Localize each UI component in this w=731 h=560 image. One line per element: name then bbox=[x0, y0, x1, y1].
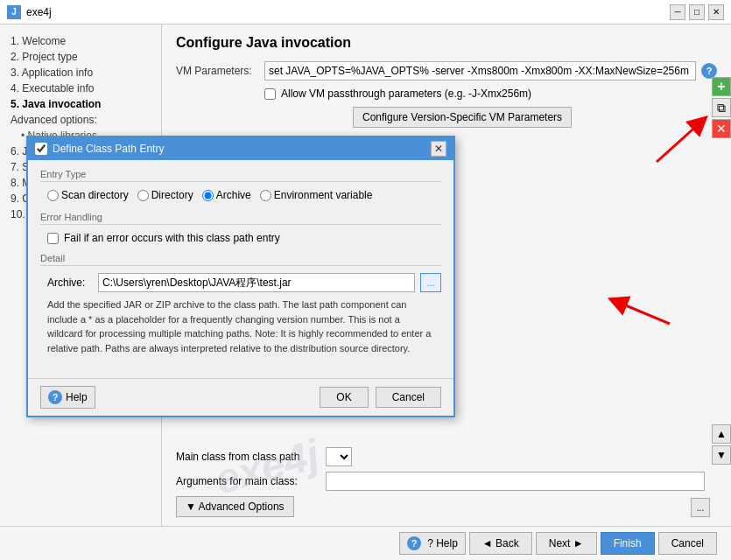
main-class-label: Main class from class path bbox=[176, 451, 320, 463]
dialog-title-checkbox[interactable] bbox=[35, 143, 47, 155]
entry-type-section: Entry Type Scan directory Directory Arch… bbox=[40, 169, 441, 201]
error-handling-section: Error Handling Fail if an error occurs w… bbox=[40, 212, 441, 244]
scroll-down-btn[interactable]: ▼ bbox=[712, 445, 731, 465]
entry-type-title: Entry Type bbox=[40, 169, 441, 182]
archive-label-text: Archive: bbox=[47, 276, 93, 289]
archive-input[interactable] bbox=[98, 273, 415, 292]
remove-btn[interactable]: ✕ bbox=[712, 119, 731, 138]
arguments-row: Arguments for main class: bbox=[176, 472, 705, 491]
sidebar-item-app-info[interactable]: 3. Application info bbox=[7, 65, 154, 80]
cancel-btn[interactable]: Cancel bbox=[658, 532, 717, 555]
main-window: J exe4j ─ □ ✕ 1. Welcome 2. Project type… bbox=[0, 0, 731, 560]
archive-info-text: Add the specified JAR or ZIP archive to … bbox=[40, 292, 441, 360]
error-checkbox-row: Fail if an error occurs with this class … bbox=[40, 232, 441, 244]
title-bar: J exe4j ─ □ ✕ bbox=[0, 0, 731, 24]
action-buttons: + ⧉ ✕ bbox=[712, 77, 731, 138]
scan-directory-option[interactable]: Scan directory bbox=[47, 189, 129, 201]
vm-params-row: VM Parameters: ? bbox=[176, 61, 717, 80]
allow-passthrough-label: Allow VM passthrough parameters (e.g. -J… bbox=[281, 88, 531, 100]
archive-option[interactable]: Archive bbox=[202, 189, 251, 201]
copy-icon: ⧉ bbox=[717, 101, 726, 116]
dialog-footer: ? Help OK Cancel bbox=[28, 378, 453, 416]
main-class-row: Main class from class path bbox=[176, 447, 705, 466]
bottom-ellipsis-btn[interactable]: ... bbox=[691, 498, 710, 517]
window-title: exe4j bbox=[26, 6, 52, 18]
scan-directory-label: Scan directory bbox=[61, 189, 129, 201]
footer-help-btn[interactable]: ? ? Help bbox=[399, 532, 466, 555]
back-btn[interactable]: ◄ Back bbox=[469, 532, 532, 555]
detail-title: Detail bbox=[40, 253, 441, 266]
dialog-title-bar: Define Class Path Entry ✕ bbox=[28, 137, 453, 160]
configure-vm-btn[interactable]: Configure Version-Specific VM Parameters bbox=[353, 107, 572, 128]
archive-radio[interactable] bbox=[202, 190, 214, 201]
dialog-title-label: Define Class Path Entry bbox=[53, 143, 164, 155]
finish-btn[interactable]: Finish bbox=[601, 532, 655, 555]
main-class-dropdown[interactable] bbox=[326, 447, 352, 466]
vm-params-input[interactable] bbox=[264, 61, 696, 80]
fail-on-error-label: Fail if an error occurs with this class … bbox=[64, 232, 280, 244]
scroll-buttons: ▲ ▼ bbox=[712, 424, 731, 465]
env-variable-label: Environment variable bbox=[274, 189, 373, 201]
sidebar-item-welcome[interactable]: 1. Welcome bbox=[7, 33, 154, 49]
browse-btn[interactable]: ... bbox=[420, 273, 441, 292]
dialog-close-btn[interactable]: ✕ bbox=[431, 141, 446, 157]
sidebar-item-java-invocation[interactable]: 5. Java invocation bbox=[7, 96, 154, 112]
dialog-help-label: Help bbox=[66, 391, 88, 403]
app-icon: J bbox=[7, 5, 21, 19]
maximize-btn[interactable]: □ bbox=[689, 4, 705, 20]
vm-params-label: VM Parameters: bbox=[176, 65, 259, 77]
minimize-btn[interactable]: ─ bbox=[670, 4, 685, 20]
archive-row: Archive: ... bbox=[40, 273, 441, 292]
add-btn[interactable]: + bbox=[712, 77, 731, 96]
allow-passthrough-checkbox[interactable] bbox=[264, 88, 276, 100]
remove-icon: ✕ bbox=[716, 122, 727, 136]
sidebar-item-project-type[interactable]: 2. Project type bbox=[7, 49, 154, 65]
directory-label: Directory bbox=[151, 189, 193, 201]
directory-radio[interactable] bbox=[137, 190, 149, 201]
fail-on-error-checkbox[interactable] bbox=[47, 233, 59, 244]
allow-passthrough-row: Allow VM passthrough parameters (e.g. -J… bbox=[264, 88, 717, 100]
arguments-label: Arguments for main class: bbox=[176, 475, 320, 487]
dialog-ok-btn[interactable]: OK bbox=[320, 387, 368, 408]
footer: ? ? Help ◄ Back Next ► Finish Cancel bbox=[0, 526, 731, 560]
archive-label: Archive bbox=[216, 189, 251, 201]
next-btn[interactable]: Next ► bbox=[536, 532, 597, 555]
env-variable-radio[interactable] bbox=[260, 190, 271, 201]
footer-help-icon: ? bbox=[407, 536, 421, 550]
footer-help-label: ? Help bbox=[427, 537, 458, 550]
dialog-help-btn[interactable]: ? Help bbox=[40, 386, 95, 409]
env-variable-option[interactable]: Environment variable bbox=[260, 189, 373, 201]
panel-title: Configure Java invocation bbox=[176, 35, 717, 51]
arguments-input[interactable] bbox=[326, 472, 705, 491]
dialog-body: Entry Type Scan directory Directory Arch… bbox=[28, 160, 453, 378]
copy-btn[interactable]: ⧉ bbox=[712, 98, 731, 117]
entry-type-radios: Scan directory Directory Archive Environ… bbox=[40, 189, 441, 201]
dialog-help-icon: ? bbox=[48, 390, 62, 404]
sidebar-item-executable[interactable]: 4. Executable info bbox=[7, 80, 154, 96]
error-handling-title: Error Handling bbox=[40, 212, 441, 225]
directory-option[interactable]: Directory bbox=[137, 189, 193, 201]
scan-directory-radio[interactable] bbox=[47, 190, 59, 201]
close-btn[interactable]: ✕ bbox=[708, 4, 724, 20]
sidebar-item-advanced-options: Advanced options: bbox=[7, 112, 154, 128]
advanced-options-btn[interactable]: ▼ Advanced Options bbox=[176, 496, 294, 517]
define-classpath-dialog: Define Class Path Entry ✕ Entry Type Sca… bbox=[26, 136, 455, 417]
scroll-up-btn[interactable]: ▲ bbox=[712, 424, 731, 444]
dialog-cancel-btn[interactable]: Cancel bbox=[376, 387, 441, 408]
detail-section: Detail Archive: ... Add the specified JA… bbox=[40, 253, 441, 360]
